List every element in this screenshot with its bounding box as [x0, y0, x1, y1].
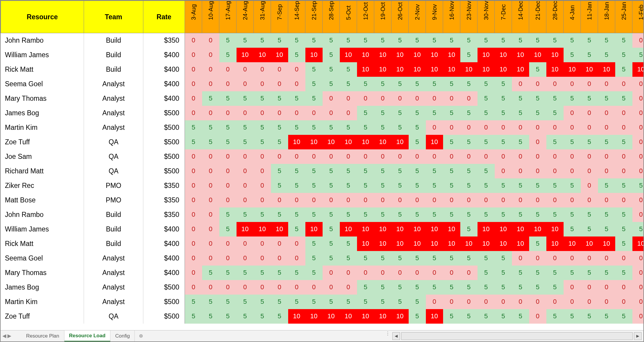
load-cell[interactable]: 5	[305, 236, 323, 251]
load-cell[interactable]: 0	[426, 120, 443, 135]
load-cell[interactable]: 5	[391, 33, 409, 48]
load-cell[interactable]: 5	[460, 309, 478, 324]
date-header[interactable]: 3-Aug	[185, 1, 202, 33]
load-cell[interactable]: 10	[305, 135, 323, 149]
load-cell[interactable]: 5	[323, 207, 340, 222]
load-cell[interactable]: 0	[254, 62, 271, 77]
rate-cell[interactable]: $500	[143, 149, 185, 164]
load-cell[interactable]: 5	[512, 33, 529, 48]
load-cell[interactable]: 10	[340, 135, 357, 149]
load-cell[interactable]: 0	[529, 120, 546, 135]
load-cell[interactable]: 0	[581, 120, 598, 135]
load-cell[interactable]: 10	[546, 236, 564, 251]
load-cell[interactable]: 10	[288, 135, 305, 149]
load-cell[interactable]: 0	[185, 33, 202, 48]
load-cell[interactable]: 0	[564, 120, 581, 135]
load-cell[interactable]: 5	[237, 135, 254, 149]
load-cell[interactable]: 0	[185, 280, 202, 295]
load-cell[interactable]: 0	[202, 77, 219, 91]
rate-cell[interactable]: $350	[143, 207, 185, 222]
load-cell[interactable]: 5	[460, 222, 478, 236]
load-cell[interactable]: 5	[443, 77, 460, 91]
load-cell[interactable]: 5	[271, 33, 288, 48]
load-cell[interactable]: 10	[546, 48, 564, 62]
load-cell[interactable]: 0	[254, 280, 271, 295]
load-cell[interactable]: 0	[219, 236, 237, 251]
team-cell[interactable]: Build	[84, 222, 143, 236]
load-cell[interactable]: 5	[598, 91, 615, 106]
load-cell[interactable]: 5	[202, 120, 219, 135]
load-cell[interactable]: 5	[598, 266, 615, 280]
load-cell[interactable]: 0	[529, 309, 546, 324]
load-cell[interactable]: 5	[323, 251, 340, 266]
rate-cell[interactable]: $400	[143, 77, 185, 91]
load-cell[interactable]: 0	[237, 62, 254, 77]
team-cell[interactable]: PMO	[84, 178, 143, 193]
rate-cell[interactable]: $500	[143, 164, 185, 178]
load-cell[interactable]: 0	[202, 280, 219, 295]
load-cell[interactable]: 5	[598, 309, 615, 324]
load-cell[interactable]: 0	[340, 149, 357, 164]
team-cell[interactable]: Analyst	[84, 91, 143, 106]
load-cell[interactable]: 0	[219, 62, 237, 77]
hscroll-left-button[interactable]: ◀	[392, 332, 400, 340]
date-header[interactable]: 23-Nov	[460, 1, 478, 33]
load-cell[interactable]: 0	[254, 106, 271, 120]
load-cell[interactable]: 5	[495, 91, 512, 106]
load-cell[interactable]: 5	[512, 309, 529, 324]
load-cell[interactable]: 5	[460, 48, 478, 62]
load-cell[interactable]: 0	[632, 120, 644, 135]
load-cell[interactable]: 0	[632, 193, 644, 207]
load-cell[interactable]: 5	[478, 178, 495, 193]
load-cell[interactable]: 0	[391, 149, 409, 164]
load-cell[interactable]: 5	[615, 178, 632, 193]
load-cell[interactable]: 10	[288, 309, 305, 324]
load-cell[interactable]: 0	[254, 178, 271, 193]
load-cell[interactable]: 5	[357, 164, 374, 178]
load-cell[interactable]: 5	[512, 178, 529, 193]
load-cell[interactable]: 0	[598, 164, 615, 178]
load-cell[interactable]: 0	[598, 149, 615, 164]
date-header[interactable]: 21-Dec	[529, 1, 546, 33]
load-cell[interactable]: 5	[340, 33, 357, 48]
load-cell[interactable]: 5	[374, 251, 391, 266]
load-cell[interactable]: 10	[529, 222, 546, 236]
load-cell[interactable]: 10	[391, 135, 409, 149]
resource-name-cell[interactable]: John Rambo	[1, 33, 84, 48]
resource-name-cell[interactable]: Mary Thomas	[1, 266, 84, 280]
load-cell[interactable]: 0	[202, 149, 219, 164]
rate-cell[interactable]: $400	[143, 266, 185, 280]
load-cell[interactable]: 10	[512, 48, 529, 62]
date-header[interactable]: 24-Aug	[237, 1, 254, 33]
load-cell[interactable]: 10	[374, 309, 391, 324]
load-cell[interactable]: 5	[305, 62, 323, 77]
load-cell[interactable]: 0	[512, 120, 529, 135]
date-header[interactable]: 25-Jan	[615, 1, 632, 33]
load-cell[interactable]: 0	[323, 193, 340, 207]
load-cell[interactable]: 5	[564, 207, 581, 222]
load-cell[interactable]: 0	[615, 149, 632, 164]
load-cell[interactable]: 0	[598, 280, 615, 295]
load-cell[interactable]: 5	[581, 309, 598, 324]
load-cell[interactable]: 5	[288, 295, 305, 309]
load-cell[interactable]: 5	[460, 135, 478, 149]
load-cell[interactable]: 0	[323, 106, 340, 120]
load-cell[interactable]: 5	[323, 236, 340, 251]
load-cell[interactable]: 0	[374, 266, 391, 280]
load-cell[interactable]: 5	[237, 207, 254, 222]
load-cell[interactable]: 5	[546, 135, 564, 149]
load-cell[interactable]: 5	[323, 48, 340, 62]
load-cell[interactable]: 0	[305, 280, 323, 295]
load-cell[interactable]: 10	[374, 222, 391, 236]
load-cell[interactable]: 10	[340, 309, 357, 324]
load-cell[interactable]: 5	[391, 280, 409, 295]
date-header[interactable]: 10-Aug	[202, 1, 219, 33]
load-cell[interactable]: 5	[374, 295, 391, 309]
load-cell[interactable]: 0	[581, 251, 598, 266]
load-cell[interactable]: 5	[581, 222, 598, 236]
load-cell[interactable]: 0	[632, 149, 644, 164]
load-cell[interactable]: 0	[598, 295, 615, 309]
load-cell[interactable]: 0	[185, 164, 202, 178]
load-cell[interactable]: 0	[615, 295, 632, 309]
load-cell[interactable]: 0	[288, 251, 305, 266]
